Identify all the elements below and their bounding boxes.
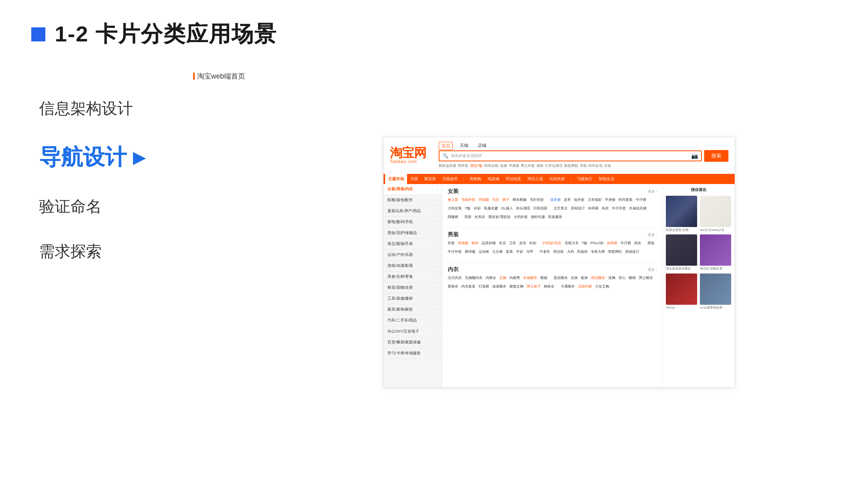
tag[interactable]: 毛针织衫 — [530, 197, 544, 204]
tag[interactable]: 连体睡衣 — [492, 284, 506, 291]
tag[interactable]: 衬衫 — [529, 241, 536, 248]
hot-item-highlight[interactable]: 潮流T恤 — [470, 163, 483, 168]
tag[interactable]: 专柜大牌 — [591, 249, 605, 256]
tag[interactable]: 马甲 — [526, 249, 533, 256]
tag[interactable]: 大码外套 — [514, 215, 528, 222]
hot-item[interactable]: 时尚女包 — [588, 163, 603, 168]
tag[interactable]: 睡袍 — [629, 275, 636, 282]
tag[interactable]: 棉袜女 — [544, 284, 554, 291]
main-nav-smart[interactable]: 智能生活 — [595, 174, 617, 184]
main-nav-supermarket[interactable]: 天猫超市 — [439, 174, 461, 184]
cat-item-auto[interactable]: 汽车/二手车/用品 › — [384, 315, 442, 326]
hot-item[interactable]: 时尚女鞋 — [484, 163, 499, 168]
cat-item-jewelry[interactable]: 珠宝/眼镜/手表 › — [384, 239, 442, 250]
product-item[interactable]: 清仓真丝哈伦裤女 — [666, 234, 698, 271]
cat-item-dept[interactable]: 百货/餐厨/家庭保健 › — [384, 337, 442, 348]
tag[interactable]: 西装 — [464, 215, 472, 222]
main-nav-travel[interactable]: 飞猪旅行 — [574, 174, 595, 184]
tag[interactable]: 针织衫/毛衣 — [543, 241, 561, 248]
tag[interactable]: 羽绒服 — [479, 197, 489, 204]
hot-item[interactable]: 沙发 — [604, 163, 611, 168]
hot-item[interactable]: 四件套 — [458, 163, 468, 168]
tag[interactable]: 无痕内裤 — [578, 284, 592, 291]
tag[interactable]: 打底裤 — [479, 284, 489, 291]
tag[interactable]: 男士袜子 — [527, 284, 541, 291]
taobao-search-box[interactable]: 🔍 港风外套女宽松bf 📷 — [439, 150, 702, 161]
tag[interactable]: 蕾丝衫/雪纺衫 — [488, 215, 511, 222]
tag[interactable]: 毛呢大衣 — [565, 241, 579, 248]
tag[interactable]: 九分裤 — [492, 249, 503, 256]
tag[interactable]: 风衣 — [602, 206, 609, 213]
tag[interactable]: 男士睡衣 — [639, 275, 653, 282]
hot-item[interactable]: 耳机 — [580, 163, 587, 168]
hot-item[interactable]: 新款男鞋 — [564, 163, 578, 168]
cat-item-study[interactable]: 学习/卡券/本地服务 › — [384, 348, 442, 359]
product-item[interactable]: 2018春季韩标男 — [700, 273, 732, 310]
tag[interactable]: 棒球服 — [465, 249, 475, 256]
tag[interactable]: 原创设计 — [625, 249, 639, 256]
tag[interactable]: 无钢圈内衣 — [465, 275, 482, 282]
tag[interactable]: 长袖连衣裙 — [629, 206, 647, 213]
tab-dianpu[interactable]: 店铺 — [475, 142, 489, 150]
tag[interactable]: 聚拢文胸 — [509, 284, 524, 291]
tag[interactable]: 私服名媛 — [484, 206, 498, 213]
tag[interactable]: 内裤女 — [486, 275, 496, 282]
hot-item[interactable]: 短裙 — [500, 163, 507, 168]
hot-item[interactable]: 男士外套 — [521, 163, 535, 168]
product-item[interactable]: VEGA — [666, 273, 698, 310]
tag[interactable]: 文胸 — [499, 275, 506, 282]
cat-item-kids[interactable]: 童装玩具/孕产/用品 › — [384, 206, 442, 217]
tag[interactable]: T恤 — [465, 206, 471, 213]
tag[interactable]: 牛仔裤 — [621, 241, 631, 248]
tab-tianmao[interactable]: 天猫 — [457, 142, 471, 150]
tag[interactable]: 牛仔裤 — [636, 197, 646, 204]
tag[interactable]: 棉衣棉服 — [513, 197, 527, 204]
cat-item-food[interactable]: 美食/生鲜/零食 › — [384, 272, 442, 282]
tag[interactable]: 日韩清新 — [533, 206, 547, 213]
tag[interactable]: 裤子 — [502, 197, 509, 204]
tag[interactable]: 皮衣 — [519, 241, 526, 248]
tag[interactable]: 衬衫 — [474, 206, 481, 213]
main-nav-theme[interactable]: 主题市场 — [385, 174, 407, 184]
tag[interactable]: 牛仔外套 — [448, 249, 462, 256]
womens-more[interactable]: 更多 › — [648, 189, 657, 194]
tag[interactable]: 大码 — [567, 249, 574, 256]
tag[interactable]: 棉衣 — [472, 241, 479, 248]
tag[interactable]: 明星网红 — [608, 249, 622, 256]
tag[interactable]: 阔腿裤 — [448, 215, 458, 222]
tag[interactable]: 休闲裤 — [588, 206, 599, 213]
tag[interactable]: 街头潮流 — [516, 206, 530, 213]
tag[interactable]: 大码女装 — [448, 206, 462, 213]
tag[interactable]: 民族风 — [577, 249, 588, 256]
cat-item-electronics[interactable]: 家电/数码/手机 › — [384, 217, 442, 228]
tag[interactable]: 毛呢外套 — [461, 197, 475, 204]
tag[interactable]: 船袜 — [581, 275, 588, 282]
sidebar-item-need-explore[interactable]: 需求探索 — [39, 241, 145, 262]
tag[interactable]: 短外套 — [574, 197, 585, 204]
tag[interactable]: 羽绒服 — [458, 241, 468, 248]
product-item[interactable]: Ann公主lolita少女 — [700, 196, 732, 232]
tag[interactable]: 品质好物 — [482, 241, 496, 248]
tag[interactable]: 连衣裙 — [550, 197, 561, 204]
tag[interactable]: 春上新 — [448, 197, 458, 204]
main-nav-select[interactable]: 淘宝心选 — [524, 174, 546, 184]
tag[interactable]: OL丽人 — [501, 206, 513, 213]
underwear-more[interactable]: 更多 › — [648, 267, 657, 272]
hot-item[interactable]: 新款连衣裙 — [439, 163, 456, 168]
tag[interactable]: 开衫 — [516, 249, 523, 256]
tag[interactable]: 内衣套装 — [461, 284, 475, 291]
tag[interactable]: 长袖睡衣 — [523, 275, 537, 282]
main-nav-judicial[interactable]: 司法拍卖 — [502, 174, 524, 184]
tag[interactable]: 内裤男 — [509, 275, 520, 282]
tag[interactable]: 丝袜 — [571, 275, 578, 282]
tag[interactable]: 卫衣 — [509, 241, 516, 248]
hot-item[interactable]: 墙纸 — [536, 163, 543, 168]
tag[interactable]: 情侣睡衣 — [591, 275, 605, 282]
tag[interactable]: 运动裤 — [479, 249, 489, 256]
tag[interactable]: 睡裙 — [540, 275, 547, 282]
tag[interactable]: 西装 — [647, 241, 655, 248]
main-nav-haiqiang[interactable]: 海抢购 — [466, 174, 484, 184]
cat-item-office[interactable]: 办公/DIY/五金电子 › — [384, 326, 442, 337]
tag[interactable]: 风衣 — [634, 241, 641, 248]
tag[interactable]: 民族服装 — [548, 215, 562, 222]
